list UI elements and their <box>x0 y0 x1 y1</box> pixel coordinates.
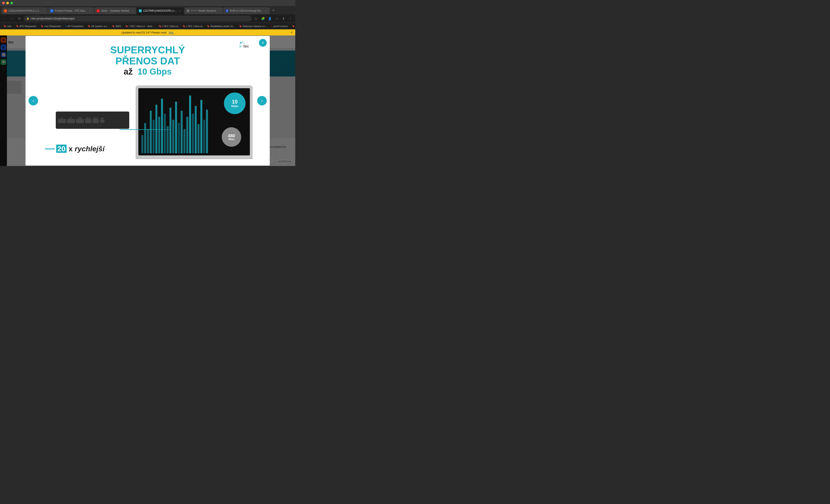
bookmark-icon-atc-req: 🔖 <box>16 25 19 27</box>
port-label-usb1: USB 2.0 <box>86 117 91 119</box>
tab-favicon-c31: C <box>139 9 142 12</box>
headline-line1: SUPERRYCHLÝ <box>38 44 257 56</box>
bookmark-label-dok: Dokovací stanice a r... <box>243 25 267 27</box>
new-tab-button[interactable]: + <box>270 7 277 13</box>
profile-icon[interactable]: 👤 <box>267 15 273 22</box>
prev-icon: ‹ <box>32 98 34 103</box>
notification-close-button[interactable]: × <box>291 30 293 34</box>
bookmark-icon-itec-req: 🔖 <box>41 25 43 27</box>
reload-button[interactable]: ↻ <box>17 15 23 22</box>
address-bar[interactable]: 🔒 i-tec.pro/produkt/c31triple4kdockpd <box>24 15 252 22</box>
bookmark-label-at-computers: AT Computers <box>68 25 84 27</box>
extensions-icon[interactable]: 🧩 <box>260 15 266 22</box>
bar-8 <box>161 99 163 153</box>
bookmark-label-itec: i-tec <box>7 25 12 27</box>
dock-port-usbc: USB-C <box>100 118 105 123</box>
tab-favicon-zbozi: Z <box>97 9 100 12</box>
bar-23 <box>203 120 205 153</box>
bookmark-ed-system[interactable]: 🔖 eD system a.s. <box>86 24 109 29</box>
port-slot-usb1 <box>85 119 91 123</box>
traffic-light-yellow[interactable] <box>6 2 9 4</box>
tab-close-eur[interactable]: × <box>264 9 268 12</box>
speed-circle-480mbps: 480 Mbps <box>222 127 241 147</box>
dock-port-dp2: DP <box>67 117 75 123</box>
modal-prev-button[interactable]: ‹ <box>29 96 38 105</box>
bookmark-itec-req[interactable]: 🔖 i-tec Requestor <box>39 24 63 29</box>
forward-button[interactable]: → <box>9 15 15 22</box>
bookmark-at-computers[interactable]: A AT Computers <box>64 24 85 29</box>
bar-24 <box>206 109 208 153</box>
tab-cadua[interactable]: C CADUA4KDOCKPDL2 | i-t... × <box>2 7 48 14</box>
tab-favicon-product: A <box>51 9 53 12</box>
svg-text:i-: i- <box>240 44 242 49</box>
bar-16 <box>184 129 186 153</box>
bar-12 <box>172 120 174 153</box>
cast-icon[interactable]: ⬡ <box>253 15 259 22</box>
tab-favicon-bullet: ● <box>187 9 190 12</box>
tab-close-product[interactable]: × <box>88 9 92 12</box>
bookmark-icon-tm: 🔖 <box>292 25 295 27</box>
back-button[interactable]: ← <box>2 15 8 22</box>
bookmark-lenovo[interactable]: L psref Lenovo <box>269 24 289 29</box>
modal-headline: SUPERRYCHLÝ PŘENOS DAT až 10 Gbps <box>38 44 257 77</box>
bookmark-alza3[interactable]: 🔖 I-TEC | Alza.cz <box>181 24 204 29</box>
bookmark-label-lenovo: psref Lenovo <box>274 25 288 27</box>
dock-port-dp1: DP <box>58 117 66 123</box>
tab-close-zbozi[interactable]: × <box>131 9 134 12</box>
notification-link[interactable]: this. <box>169 31 174 34</box>
bar-14 <box>178 123 180 153</box>
bookmark-alza2[interactable]: 🔖 I-TEC | Alza.cz <box>157 24 180 29</box>
bar-10 <box>167 126 169 153</box>
tab-close-c31[interactable]: × <box>178 9 182 12</box>
bookmark-travelmate[interactable]: 🔖 TravelMate P2 - TM... <box>290 24 295 29</box>
bookmark-itec[interactable]: 🔖 i-tec <box>2 24 13 29</box>
modal-close-button[interactable]: × <box>259 39 267 47</box>
tab-close-bullet[interactable]: × <box>218 9 221 12</box>
modal-next-button[interactable]: › <box>257 96 267 105</box>
port-slot-dp2 <box>67 119 75 123</box>
modal-visual: DP DP HDMI <box>38 79 257 159</box>
bar-4 <box>150 111 152 153</box>
menu-icon[interactable]: ⋮ <box>287 15 293 22</box>
tab-c31triple[interactable]: C C31TRIPLE4KDOCKPD | i-... × <box>137 7 184 14</box>
bookmark-dokovaci[interactable]: 🔖 Dokovací stanice a r... <box>237 24 269 29</box>
tab-close-cadua[interactable]: × <box>42 9 45 12</box>
bar-17 <box>186 117 188 153</box>
port-slot-dp1 <box>58 119 66 123</box>
speed-unit-gbps: Gbps <box>231 104 238 107</box>
traffic-light-green[interactable] <box>10 2 13 4</box>
bookmark-star-icon[interactable]: ☆ <box>274 15 280 22</box>
tab-eur[interactable]: B EUR to USD Exchange Ra... × <box>223 7 270 14</box>
dock-port-usb2: USB 2.0 <box>93 117 99 123</box>
tab-bullet[interactable]: ● • • • • • Bullet Symbols × <box>184 7 223 14</box>
svg-point-2 <box>240 42 242 44</box>
tab-bar: C CADUA4KDOCKPDL2 | i-t... × A Product F… <box>0 6 295 14</box>
traffic-light-red[interactable] <box>2 2 5 4</box>
bookmark-atc-req[interactable]: 🔖 ATC Requestor <box>14 24 38 29</box>
bookmark-replikatory[interactable]: 🔖 Replikátory portů | A... <box>205 24 236 29</box>
speed-unit-mbps: Mbps <box>228 138 235 140</box>
port-label-dp1: DP <box>61 117 63 119</box>
port-label-usbc: USB-C <box>100 118 104 119</box>
macos-title-bar <box>0 0 295 6</box>
tab-product-feeder[interactable]: A Product Feeder - ATC Bus... × <box>48 7 94 14</box>
svg-point-3 <box>242 41 243 42</box>
bookmark-icon-lenovo: L <box>271 25 273 27</box>
close-icon: × <box>262 41 264 45</box>
bookmark-sws[interactable]: 🔖 SWS <box>110 24 123 29</box>
bar-7 <box>158 117 160 153</box>
port-label-usb2: USB 2.0 <box>93 117 98 119</box>
address-row: ← → ↻ 🔒 i-tec.pro/produkt/c31triple4kdoc… <box>0 14 295 23</box>
bookmark-alza1[interactable]: 🔖 i-TEC | Alza.cz - dota... <box>124 24 156 29</box>
tagline-suffix: rychlejší <box>75 145 105 153</box>
bookmark-icon-replik: 🔖 <box>207 25 210 27</box>
bookmark-icon-itec: 🔖 <box>3 25 6 27</box>
bookmark-icon-dok: 🔖 <box>239 25 242 27</box>
port-slot-usbc <box>100 120 105 123</box>
tab-zbozi[interactable]: Z Zboží - Výsledky hledání × <box>94 7 136 14</box>
tab-title-product: Product Feeder - ATC Bus... <box>55 9 87 12</box>
downloads-icon[interactable]: ⬇ <box>281 15 287 22</box>
next-icon: › <box>261 98 263 103</box>
bookmark-icon-alza2: 🔖 <box>159 25 161 27</box>
image-modal: × ‹ › i- tec <box>26 36 270 165</box>
